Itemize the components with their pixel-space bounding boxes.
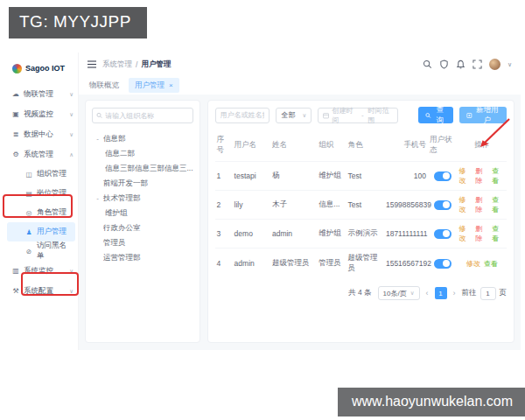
tabs-row: 物联概览 用户管理 × [79, 76, 521, 94]
table-row: 4 admin 超级管理员 管理员 超级管理员 15516567192 修改 查… [215, 248, 507, 279]
tree-node[interactable]: -信息部 [92, 131, 193, 146]
view-link[interactable]: 查看 [492, 224, 505, 243]
chevron-down-icon: ∨ [69, 91, 74, 98]
page-number-button[interactable]: 1 [435, 287, 447, 299]
date-end: 时间范围 [368, 106, 393, 125]
app-window: Sagoo IOT ☁ 物联管理 ∨ ▣ 视频监控 ∨ ≣ 数据中心 ∨ ⚙ 系… [4, 52, 521, 350]
tree-node[interactable]: 前端开发一部 [92, 176, 193, 191]
sidebar-item-video-monitoring[interactable]: ▣ 视频监控 ∨ [4, 104, 78, 124]
delete-link[interactable]: 删除 [475, 224, 488, 243]
delete-link[interactable]: 删除 [475, 166, 488, 186]
chevron-down-icon: ∨ [69, 111, 74, 118]
organization-panel: -信息部 信息二部 信息三部信息三部信息三... 前端开发一部 -技术管理部 维… [85, 100, 200, 343]
org-search-box [92, 108, 193, 123]
query-button[interactable]: 查询 [418, 107, 453, 123]
breadcrumb-section[interactable]: 系统管理 [102, 60, 132, 70]
delete-link[interactable]: 删除 [475, 195, 488, 214]
shield-icon[interactable] [439, 60, 449, 69]
status-toggle[interactable] [434, 259, 452, 269]
avatar[interactable] [489, 59, 500, 70]
chevron-down-icon[interactable]: ∨ [508, 61, 512, 68]
close-icon[interactable]: × [169, 81, 173, 89]
breadcrumb-separator: / [136, 60, 137, 69]
hamburger-icon[interactable] [88, 60, 96, 68]
edit-link[interactable]: 修改 [458, 166, 472, 186]
breadcrumb: 系统管理 / 用户管理 [102, 60, 171, 70]
gear-icon: ⚙ [11, 150, 20, 158]
add-document-icon [466, 112, 472, 119]
next-page-button[interactable]: › [453, 289, 456, 298]
goto-page-input[interactable] [480, 287, 496, 300]
watermark-banner: www.haoyunwukelan.com [338, 388, 525, 416]
sidebar-item-label: 物联管理 [24, 89, 53, 100]
sidebar-item-system-monitoring[interactable]: ▥ 系统监控 ∨ [4, 261, 78, 281]
cloud-icon: ☁ [11, 90, 20, 98]
sidebar-item-position-management[interactable]: ▤ 岗位管理 [4, 184, 78, 203]
tab-iot-overview[interactable]: 物联概览 [89, 80, 119, 91]
sidebar-item-label: 视频监控 [24, 109, 53, 120]
status-toggle[interactable] [434, 200, 452, 210]
tree-node[interactable]: 维护组 [92, 206, 193, 220]
prev-page-button[interactable]: ‹ [426, 289, 429, 298]
col-role: 角色 [346, 130, 384, 162]
search-icon[interactable] [423, 60, 432, 69]
sidebar-item-data-center[interactable]: ≣ 数据中心 ∨ [4, 124, 78, 144]
sidebar-item-iot-management[interactable]: ☁ 物联管理 ∨ [4, 84, 78, 104]
app-logo[interactable]: Sagoo IOT [4, 58, 78, 79]
fullscreen-icon[interactable] [472, 60, 482, 69]
monitor-icon: ▣ [11, 110, 20, 118]
org-search-input[interactable] [105, 112, 188, 120]
sidebar-item-system-management[interactable]: ⚙ 系统管理 ∧ [4, 144, 78, 164]
table-header-row: 序号 用户名 姓名 组织 角色 手机号 用户状态 操作 [215, 130, 507, 162]
header-icons: ∨ [423, 59, 512, 70]
tree-node[interactable]: 信息三部信息三部信息三... [92, 161, 193, 176]
tree-node[interactable]: 运营管理部 [92, 250, 193, 265]
edit-link[interactable]: 修改 [458, 224, 472, 243]
chevron-down-icon: ∨ [69, 268, 74, 275]
chevron-down-icon: ∨ [69, 288, 74, 295]
tree-node[interactable]: 信息二部 [92, 146, 193, 161]
edit-link[interactable]: 修改 [458, 195, 472, 214]
tab-label: 用户管理 [135, 80, 164, 91]
tree-node[interactable]: 行政办公室 [92, 220, 193, 235]
organization-tree: -信息部 信息二部 信息三部信息三部信息三... 前端开发一部 -技术管理部 维… [92, 131, 193, 265]
sidebar-item-access-blacklist[interactable]: ⊘ 访问黑名单 [4, 242, 78, 261]
keyword-search-input[interactable] [220, 111, 265, 119]
collapse-icon[interactable]: - [94, 194, 101, 202]
content-area: -信息部 信息二部 信息三部信息三部信息三... 前端开发一部 -技术管理部 维… [79, 94, 521, 350]
database-icon: ≣ [11, 130, 20, 138]
chevron-up-icon: ∧ [69, 151, 74, 158]
chevron-down-icon: ∨ [69, 131, 74, 138]
sidebar-item-label: 系统配置 [24, 286, 53, 297]
view-link[interactable]: 查看 [484, 259, 498, 269]
sidebar-item-organization-management[interactable]: ◫ 组织管理 [4, 164, 78, 184]
status-toggle[interactable] [434, 229, 452, 239]
add-user-button[interactable]: 新增用户 [459, 107, 507, 123]
collapse-icon[interactable]: - [94, 135, 101, 143]
date-range-picker[interactable]: 创建时间 - 时间范围 [318, 108, 398, 123]
tab-user-management[interactable]: 用户管理 × [129, 78, 179, 93]
table-row: 2 lily 木子 信息... Test 15998856839 修改 删除 查… [215, 191, 507, 220]
total-count: 共 4 条 [348, 288, 371, 298]
sidebar-menu: ☁ 物联管理 ∨ ▣ 视频监控 ∨ ≣ 数据中心 ∨ ⚙ 系统管理 ∧ ◫ 组织 [4, 84, 78, 301]
sidebar-item-label: 系统管理 [24, 150, 53, 160]
page-size-select[interactable]: 10条/页 ∨ [378, 286, 420, 300]
sidebar-item-role-management[interactable]: ◎ 角色管理 [4, 203, 78, 222]
status-select[interactable]: 全部 ∨ [276, 108, 312, 123]
view-link[interactable]: 查看 [492, 195, 505, 214]
date-start: 创建时间 [332, 106, 356, 125]
bell-icon[interactable] [456, 60, 466, 69]
user-table: 序号 用户名 姓名 组织 角色 手机号 用户状态 操作 1 [215, 130, 507, 278]
sidebar-item-system-configuration[interactable]: ⚒ 系统配置 ∨ [4, 281, 78, 301]
search-icon [425, 112, 431, 119]
config-icon: ⚒ [11, 287, 20, 295]
tree-node[interactable]: -技术管理部 [92, 191, 193, 206]
edit-link[interactable]: 修改 [466, 259, 480, 269]
sidebar-item-user-management[interactable]: ♟ 用户管理 [7, 222, 75, 242]
status-toggle[interactable] [434, 172, 452, 181]
view-link[interactable]: 查看 [492, 166, 505, 186]
position-icon: ▤ [24, 190, 33, 198]
sidebar-item-label: 数据中心 [24, 130, 53, 140]
col-org: 组织 [317, 130, 346, 162]
tree-node[interactable]: 管理员 [92, 235, 193, 250]
